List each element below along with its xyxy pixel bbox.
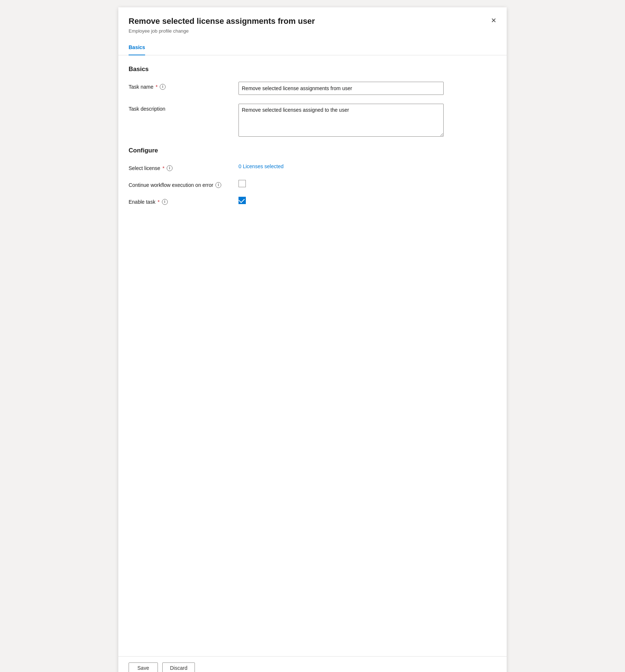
task-name-label: Task name * i xyxy=(129,82,238,90)
task-name-info-icon[interactable]: i xyxy=(160,84,166,90)
enable-task-checkbox[interactable] xyxy=(238,197,246,204)
task-name-control xyxy=(238,82,496,95)
continue-workflow-row: Continue workflow execution on error i xyxy=(129,180,496,188)
continue-workflow-checkbox[interactable] xyxy=(238,180,246,187)
continue-workflow-info-icon[interactable]: i xyxy=(215,182,221,188)
task-description-control: Remove selected licenses assigned to the… xyxy=(238,104,496,138)
tabs-bar: Basics xyxy=(118,40,507,55)
enable-task-info-icon[interactable]: i xyxy=(162,199,168,205)
save-button[interactable]: Save xyxy=(129,662,158,672)
select-license-control: 0 Licenses selected xyxy=(238,163,496,170)
configure-section: Configure Select license * i 0 Licenses … xyxy=(129,147,496,205)
enable-task-label: Enable task * i xyxy=(129,197,238,205)
task-name-input[interactable] xyxy=(238,82,444,95)
select-license-row: Select license * i 0 Licenses selected xyxy=(129,163,496,171)
continue-workflow-checkbox-wrapper xyxy=(238,180,496,187)
task-name-required: * xyxy=(156,84,158,90)
configure-section-title: Configure xyxy=(129,147,496,154)
tab-basics[interactable]: Basics xyxy=(129,40,145,55)
dialog-subtitle: Employee job profile change xyxy=(129,28,496,34)
select-license-info-icon[interactable]: i xyxy=(167,165,173,171)
continue-workflow-label: Continue workflow execution on error i xyxy=(129,180,238,188)
enable-task-row: Enable task * i xyxy=(129,197,496,205)
task-description-row: Task description Remove selected license… xyxy=(129,104,496,138)
dialog-body: Basics Task name * i Task description R xyxy=(118,55,507,656)
dialog-header: Remove selected license assignments from… xyxy=(118,7,507,40)
continue-workflow-control xyxy=(238,180,496,187)
basics-section: Basics Task name * i Task description R xyxy=(129,66,496,138)
enable-task-control xyxy=(238,197,496,204)
task-name-row: Task name * i xyxy=(129,82,496,95)
basics-section-title: Basics xyxy=(129,66,496,73)
enable-task-checkbox-wrapper xyxy=(238,197,496,204)
discard-button[interactable]: Discard xyxy=(162,662,195,672)
dialog: Remove selected license assignments from… xyxy=(118,7,507,672)
dialog-footer: Save Discard xyxy=(118,656,507,672)
select-license-required: * xyxy=(162,165,164,171)
task-description-input[interactable]: Remove selected licenses assigned to the… xyxy=(238,104,444,137)
select-license-label: Select license * i xyxy=(129,163,238,171)
dialog-title: Remove selected license assignments from… xyxy=(129,16,496,27)
licenses-selected-link[interactable]: 0 Licenses selected xyxy=(238,163,284,169)
enable-task-required: * xyxy=(158,199,159,205)
task-description-label: Task description xyxy=(129,104,238,112)
close-button[interactable]: ✕ xyxy=(488,15,499,26)
